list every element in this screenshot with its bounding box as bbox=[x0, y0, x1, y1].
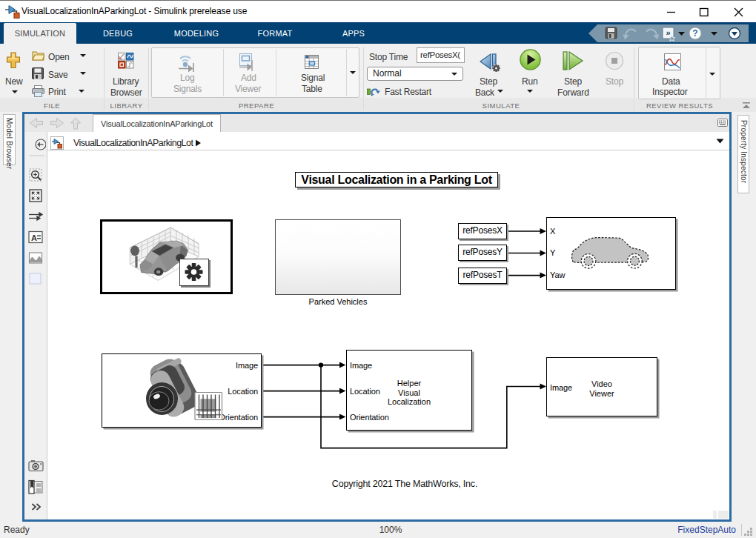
svg-text:?: ? bbox=[692, 28, 697, 39]
svg-text:»: » bbox=[666, 28, 670, 37]
svg-text:A: A bbox=[31, 233, 37, 242]
